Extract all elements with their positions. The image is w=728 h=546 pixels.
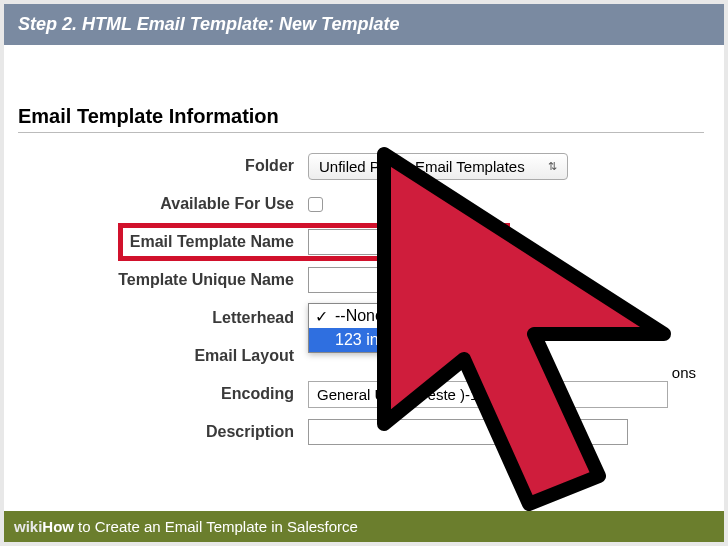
letterhead-option-123inc[interactable]: 123 inc xyxy=(309,328,447,352)
letterhead-option-123inc-label: 123 inc xyxy=(335,331,387,348)
label-folder: Folder xyxy=(18,157,308,175)
footer-brand-prefix-1: wiki xyxy=(14,518,42,535)
wizard-step-title: Step 2. HTML Email Template: New Templat… xyxy=(18,14,399,34)
label-template-name: Email Template Name xyxy=(18,233,308,251)
folder-select-value: Unfiled Public Email Templates xyxy=(319,158,525,175)
label-encoding: Encoding xyxy=(18,385,308,403)
letterhead-option-none[interactable]: ✓ --None-- xyxy=(309,304,447,328)
description-input[interactable] xyxy=(308,419,628,445)
template-name-input[interactable] xyxy=(308,229,493,255)
folder-select[interactable]: Unfiled Public Email Templates ⇅ xyxy=(308,153,568,180)
letterhead-option-none-label: --None-- xyxy=(335,307,395,324)
footer-title: to Create an Email Template in Salesforc… xyxy=(78,518,358,535)
row-encoding: Encoding General US & Weste )-1, ISO-LAT… xyxy=(18,379,710,409)
wizard-step-header: Step 2. HTML Email Template: New Templat… xyxy=(4,4,724,45)
row-description: Description xyxy=(18,417,710,447)
row-letterhead: Letterhead ✓ --None-- 123 inc xyxy=(18,303,710,333)
label-email-layout: Email Layout xyxy=(18,347,308,365)
label-description: Description xyxy=(18,423,308,441)
unique-name-input[interactable] xyxy=(308,267,493,293)
footer-brand-prefix-2: How xyxy=(42,518,74,535)
row-available: Available For Use xyxy=(18,189,710,219)
row-unique-name: Template Unique Name xyxy=(18,265,710,295)
row-folder: Folder Unfiled Public Email Templates ⇅ xyxy=(18,151,710,181)
section-title: Email Template Information xyxy=(18,105,704,133)
footer-bar: wikiHow to Create an Email Template in S… xyxy=(4,511,724,542)
check-icon: ✓ xyxy=(315,307,328,326)
obscured-text-fragment: ons xyxy=(672,364,696,381)
label-unique-name: Template Unique Name xyxy=(18,271,308,289)
encoding-select-value: General US & Weste )-1, ISO-LATI xyxy=(317,386,548,403)
label-letterhead: Letterhead xyxy=(18,309,308,327)
encoding-select[interactable]: General US & Weste )-1, ISO-LATI xyxy=(308,381,668,408)
available-checkbox[interactable] xyxy=(308,197,323,212)
updown-icon: ⇅ xyxy=(548,160,557,173)
letterhead-dropdown[interactable]: ✓ --None-- 123 inc xyxy=(308,303,448,353)
label-available: Available For Use xyxy=(18,195,308,213)
row-template-name: Email Template Name xyxy=(18,227,710,257)
form-area: Folder Unfiled Public Email Templates ⇅ … xyxy=(4,141,724,447)
